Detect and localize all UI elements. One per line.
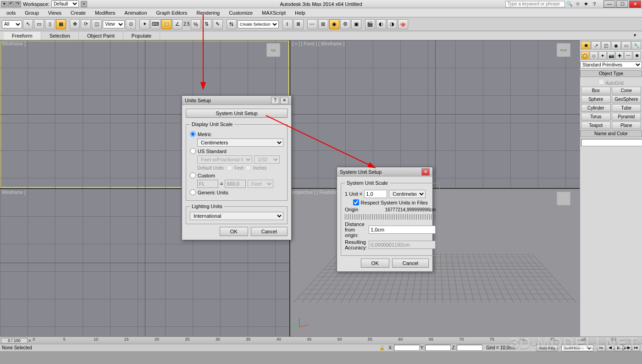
select-manipulate-icon[interactable]: ✦ xyxy=(139,19,149,29)
viewcube-top[interactable]: top xyxy=(266,43,280,57)
render-iterative-icon[interactable]: ◐ xyxy=(376,19,386,29)
unit-value-input[interactable] xyxy=(364,190,387,198)
move-icon[interactable]: ✥ xyxy=(70,19,80,29)
tab-freeform[interactable]: Freeform xyxy=(4,32,41,40)
workspace-select[interactable]: Default xyxy=(51,0,79,7)
sys-cancel-button[interactable]: Cancel xyxy=(392,259,429,268)
select-region-rect-icon[interactable]: ▯ xyxy=(45,19,55,29)
custom-radio[interactable] xyxy=(190,172,196,178)
render-activeshade-icon[interactable]: ◑ xyxy=(387,19,397,29)
primitive-category-select[interactable]: Standard Primitives xyxy=(580,61,642,68)
unit-type-select[interactable]: Centimeters xyxy=(389,190,426,198)
lighting-select[interactable]: International xyxy=(190,212,283,220)
tab-object-paint[interactable]: Object Paint xyxy=(79,32,123,40)
menu-tools[interactable]: ools xyxy=(2,9,20,17)
mirror-icon[interactable]: ⇆ xyxy=(227,19,237,29)
snap-toggle-icon[interactable]: ⬚ xyxy=(161,19,172,29)
align-icon[interactable]: ⫴ xyxy=(282,19,293,29)
curve-editor-icon[interactable]: 〰 xyxy=(307,19,317,29)
menu-customize[interactable]: Customize xyxy=(224,9,257,17)
viewcube-front[interactable]: front xyxy=(557,43,570,57)
layers-icon[interactable]: ≣ xyxy=(293,19,304,29)
cat-spacewarps-icon[interactable]: 〰 xyxy=(624,51,632,60)
menu-graph-editors[interactable]: Graph Editors xyxy=(152,9,192,17)
teapot-render-icon[interactable]: 🫖 xyxy=(398,19,408,29)
units-ok-button[interactable]: OK xyxy=(220,227,248,236)
prim-sphere[interactable]: Sphere xyxy=(581,95,611,103)
units-help-button[interactable]: ? xyxy=(271,97,279,104)
prim-box[interactable]: Box xyxy=(581,87,611,94)
units-close-button[interactable]: ✕ xyxy=(280,97,288,104)
slider-thumb[interactable]: 0 / 100 xyxy=(1,338,28,343)
prim-teapot[interactable]: Teapot xyxy=(581,121,611,129)
menu-create[interactable]: Create xyxy=(66,9,90,17)
search-icon[interactable]: 🔍 xyxy=(566,1,573,7)
menu-views[interactable]: Views xyxy=(44,9,66,17)
qat-redo-icon[interactable]: ↷ xyxy=(15,1,21,7)
filter-select[interactable]: All xyxy=(2,20,22,28)
cat-systems-icon[interactable]: ✱ xyxy=(633,51,641,60)
cat-helpers-icon[interactable]: ✚ xyxy=(615,51,624,60)
coord-z-input[interactable] xyxy=(457,345,482,351)
comm-center-icon[interactable]: ☆ xyxy=(574,1,581,7)
menu-animation[interactable]: Animation xyxy=(120,9,152,17)
minimize-button[interactable]: — xyxy=(603,0,615,8)
viewcube-persp[interactable] xyxy=(557,192,570,205)
metric-radio[interactable] xyxy=(190,131,196,137)
favorites-icon[interactable]: ★ xyxy=(582,1,590,7)
object-type-header[interactable]: Object Type xyxy=(580,70,642,77)
tab-populate[interactable]: Populate xyxy=(123,32,160,40)
menu-maxscript[interactable]: MAXScript xyxy=(257,9,290,17)
qat-undo-icon[interactable]: ↶ xyxy=(8,1,14,7)
window-crossing-icon[interactable]: ▦ xyxy=(56,19,66,29)
select-name-icon[interactable]: ▭ xyxy=(34,19,44,29)
coord-y-input[interactable] xyxy=(425,345,451,351)
ribbon-collapse-icon[interactable]: ▾ xyxy=(634,33,640,39)
render-setup-icon[interactable]: ⚙ xyxy=(340,19,350,29)
cat-cameras-icon[interactable]: 📷 xyxy=(607,51,615,60)
coord-x-input[interactable] xyxy=(394,345,420,351)
workspace-expand-icon[interactable]: » xyxy=(81,1,87,7)
panel-motion-icon[interactable]: ◉ xyxy=(611,41,621,50)
sys-close-button[interactable]: ✕ xyxy=(421,168,430,176)
edit-named-sel-icon[interactable]: ✎ xyxy=(213,19,223,29)
close-button[interactable]: ✕ xyxy=(629,0,641,8)
angle-snap-icon[interactable]: ∠ xyxy=(172,19,183,29)
respect-checkbox[interactable] xyxy=(353,199,359,205)
name-color-header[interactable]: Name and Color xyxy=(580,130,642,137)
tab-selection[interactable]: Selection xyxy=(41,32,79,40)
percent-snap-icon[interactable]: % xyxy=(191,19,201,29)
system-unit-setup-button[interactable]: System Unit Setup xyxy=(186,109,288,118)
cat-shapes-icon[interactable]: ◇ xyxy=(590,51,598,60)
menu-group[interactable]: Group xyxy=(20,9,44,17)
panel-display-icon[interactable]: ▭ xyxy=(621,41,631,50)
search-input[interactable] xyxy=(505,1,565,7)
scale-icon[interactable]: ◫ xyxy=(92,19,102,29)
select-object-icon[interactable]: ↖ xyxy=(23,19,33,29)
prim-cone[interactable]: Cone xyxy=(612,87,642,94)
viewport-front[interactable]: [ + ] [ Front ] [ Wireframe ] front xyxy=(290,40,580,188)
panel-utilities-icon[interactable]: 🔧 xyxy=(631,41,641,50)
named-selection-select[interactable]: Create Selection Se xyxy=(238,20,279,28)
material-editor-icon[interactable]: ◉ xyxy=(329,19,339,29)
schematic-view-icon[interactable]: ⊞ xyxy=(318,19,328,29)
panel-create-icon[interactable]: ✺ xyxy=(581,41,591,50)
generic-radio[interactable] xyxy=(190,189,196,195)
cat-geometry-icon[interactable]: ◯ xyxy=(581,51,589,60)
help-icon[interactable]: ? xyxy=(591,1,598,7)
metric-select[interactable]: Centimeters xyxy=(197,138,283,147)
spinner-snap-icon[interactable]: ⇅ xyxy=(202,19,212,29)
prim-geosphere[interactable]: GeoSphere xyxy=(612,95,642,103)
prim-pyramid[interactable]: Pyramid xyxy=(612,113,642,121)
prim-torus[interactable]: Torus xyxy=(581,113,611,121)
distance-input[interactable] xyxy=(369,226,436,234)
maximize-button[interactable]: ☐ xyxy=(616,0,628,8)
lock-icon[interactable]: 🔒 xyxy=(379,345,385,350)
origin-slider[interactable] xyxy=(345,214,436,220)
ref-coord-select[interactable]: View xyxy=(103,20,125,28)
menu-modifiers[interactable]: Modifiers xyxy=(90,9,120,17)
units-cancel-button[interactable]: Cancel xyxy=(251,227,288,236)
object-name-input[interactable] xyxy=(581,139,642,146)
app-menu-icon[interactable]: ▾ xyxy=(1,1,7,7)
rendered-frame-icon[interactable]: ▣ xyxy=(351,19,361,29)
